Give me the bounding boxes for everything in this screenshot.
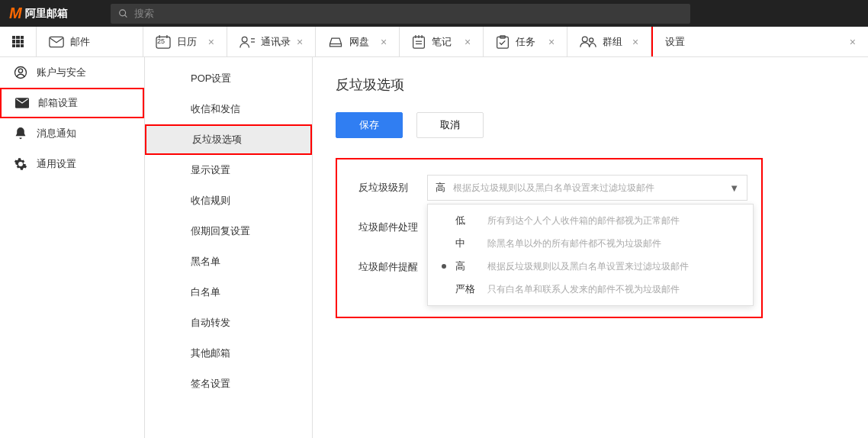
search-icon bbox=[118, 8, 129, 19]
header-bar: M 阿里邮箱 bbox=[0, 0, 868, 27]
tab-mail[interactable]: 邮件 bbox=[37, 27, 143, 56]
dd-desc: 所有到达个人个人收件箱的邮件都视为正常邮件 bbox=[487, 214, 680, 227]
apps-grid-icon bbox=[12, 36, 24, 48]
dd-desc: 只有白名单和联系人发来的邮件不视为垃圾邮件 bbox=[487, 283, 680, 296]
tab-label: 邮件 bbox=[70, 35, 90, 49]
sidebar2-item-signature[interactable]: 签名设置 bbox=[145, 369, 312, 399]
sidebar2-item-pop[interactable]: POP设置 bbox=[145, 63, 312, 94]
sidebar2-item-label: 收信和发信 bbox=[191, 102, 240, 116]
close-icon[interactable]: × bbox=[850, 36, 856, 48]
tabs-bar: 邮件 25 日历 × 通讯录 × 网盘 × 笔记 × 任务 × 群组 × 设置 … bbox=[0, 27, 868, 57]
gear-icon bbox=[14, 157, 27, 171]
form-label: 垃圾邮件提醒 bbox=[351, 260, 427, 274]
content-area: 反垃圾选项 保存 取消 反垃圾级别 高 根据反垃圾规则以及黑白名单设置来过滤垃圾… bbox=[313, 57, 868, 438]
sidebar-item-account-security[interactable]: 账户与安全 bbox=[0, 57, 144, 88]
svg-rect-10 bbox=[413, 37, 425, 48]
tab-drive[interactable]: 网盘 × bbox=[316, 27, 400, 56]
select-desc: 根据反垃圾规则以及黑白名单设置来过滤垃圾邮件 bbox=[453, 182, 729, 195]
sidebar2-item-send-receive[interactable]: 收信和发信 bbox=[145, 94, 312, 124]
dd-desc: 根据反垃圾规则以及黑白名单设置来过滤垃圾邮件 bbox=[487, 260, 689, 273]
dd-label: 低 bbox=[455, 214, 478, 227]
svg-point-19 bbox=[590, 37, 593, 41]
sidebar-primary: 账户与安全 邮箱设置 消息通知 通用设置 bbox=[0, 57, 145, 438]
dropdown-item-strict[interactable]: 严格 只有白名单和联系人发来的邮件不视为垃圾邮件 bbox=[428, 278, 753, 301]
sidebar2-item-whitelist[interactable]: 白名单 bbox=[145, 277, 312, 308]
sidebar-item-mail-settings[interactable]: 邮箱设置 bbox=[0, 88, 144, 118]
groups-icon bbox=[580, 36, 596, 48]
sidebar2-item-label: 签名设置 bbox=[191, 377, 230, 391]
logo-icon: M bbox=[9, 5, 22, 22]
tab-label: 任务 bbox=[516, 35, 535, 49]
sidebar-item-general-settings[interactable]: 通用设置 bbox=[0, 149, 144, 179]
sidebar2-item-display[interactable]: 显示设置 bbox=[145, 155, 312, 185]
tab-calendar[interactable]: 25 日历 × bbox=[143, 27, 227, 56]
select-display[interactable]: 高 根据反垃圾规则以及黑白名单设置来过滤垃圾邮件 ▼ bbox=[427, 175, 747, 201]
svg-point-0 bbox=[119, 9, 125, 15]
button-row: 保存 取消 bbox=[336, 112, 845, 138]
spam-level-dropdown: 低 所有到达个人个人收件箱的邮件都视为正常邮件 中 除黑名单以外的所有邮件都不视… bbox=[427, 204, 754, 306]
form-label: 垃圾邮件处理 bbox=[351, 221, 427, 234]
sidebar2-item-rules[interactable]: 收信规则 bbox=[145, 185, 312, 216]
tab-label: 通讯录 bbox=[261, 35, 291, 49]
sidebar2-item-label: 黑名单 bbox=[191, 255, 220, 269]
tab-contacts[interactable]: 通讯录 × bbox=[227, 27, 316, 56]
main-layout: 账户与安全 邮箱设置 消息通知 通用设置 POP设置 收信和发信 反垃圾选项 显… bbox=[0, 57, 868, 438]
sidebar-item-label: 账户与安全 bbox=[37, 66, 86, 79]
tab-groups[interactable]: 群组 × bbox=[567, 27, 651, 56]
sidebar2-item-vacation[interactable]: 假期回复设置 bbox=[145, 216, 312, 246]
sidebar-item-label: 消息通知 bbox=[37, 127, 76, 140]
sidebar2-item-label: 其他邮箱 bbox=[191, 346, 230, 360]
chevron-down-icon: ▼ bbox=[729, 182, 739, 194]
form-label: 反垃圾级别 bbox=[351, 181, 427, 195]
tab-settings[interactable]: 设置 × bbox=[651, 27, 868, 56]
spam-level-select[interactable]: 高 根据反垃圾规则以及黑白名单设置来过滤垃圾邮件 ▼ 低 所有到达个人个人收件箱… bbox=[427, 175, 747, 201]
tab-label: 笔记 bbox=[432, 35, 452, 49]
tab-notes[interactable]: 笔记 × bbox=[400, 27, 484, 56]
contacts-icon bbox=[240, 35, 255, 49]
sidebar2-item-label: 自动转发 bbox=[191, 316, 230, 330]
form-row-spam-level: 反垃圾级别 高 根据反垃圾规则以及黑白名单设置来过滤垃圾邮件 ▼ 低 所有到达个… bbox=[351, 175, 747, 201]
svg-point-18 bbox=[583, 37, 588, 42]
dd-label: 中 bbox=[455, 237, 478, 250]
svg-point-6 bbox=[242, 37, 247, 42]
mail-settings-icon bbox=[15, 96, 29, 110]
sidebar-item-label: 邮箱设置 bbox=[38, 96, 78, 110]
close-icon[interactable]: × bbox=[208, 36, 214, 48]
dropdown-item-low[interactable]: 低 所有到达个人个人收件箱的邮件都视为正常邮件 bbox=[428, 209, 753, 232]
selected-bullet-icon bbox=[442, 264, 446, 269]
close-icon[interactable]: × bbox=[297, 36, 303, 48]
sidebar2-item-label: 白名单 bbox=[191, 285, 220, 299]
close-icon[interactable]: × bbox=[465, 36, 471, 48]
sidebar2-item-spam[interactable]: 反垃圾选项 bbox=[145, 124, 312, 155]
sidebar-secondary: POP设置 收信和发信 反垃圾选项 显示设置 收信规则 假期回复设置 黑名单 白… bbox=[145, 57, 313, 438]
sidebar2-item-other-mail[interactable]: 其他邮箱 bbox=[145, 338, 312, 369]
close-icon[interactable]: × bbox=[632, 36, 638, 48]
save-button[interactable]: 保存 bbox=[336, 112, 403, 138]
logo[interactable]: M 阿里邮箱 bbox=[0, 5, 77, 22]
dropdown-item-medium[interactable]: 中 除黑名单以外的所有邮件都不视为垃圾邮件 bbox=[428, 232, 753, 255]
dd-label: 高 bbox=[455, 259, 478, 273]
tab-label: 群组 bbox=[603, 35, 622, 49]
sidebar2-item-label: 反垃圾选项 bbox=[192, 133, 242, 147]
sidebar2-item-forward[interactable]: 自动转发 bbox=[145, 308, 312, 338]
cancel-button[interactable]: 取消 bbox=[416, 112, 484, 138]
dropdown-item-high[interactable]: 高 根据反垃圾规则以及黑白名单设置来过滤垃圾邮件 bbox=[428, 255, 753, 278]
sidebar2-item-label: 假期回复设置 bbox=[191, 224, 250, 238]
sidebar-item-notifications[interactable]: 消息通知 bbox=[0, 118, 144, 149]
tasks-icon bbox=[496, 35, 510, 49]
close-icon[interactable]: × bbox=[381, 36, 387, 48]
dd-desc: 除黑名单以外的所有邮件都不视为垃圾邮件 bbox=[487, 237, 661, 250]
tab-label: 网盘 bbox=[349, 35, 369, 49]
search-input[interactable] bbox=[134, 8, 682, 19]
select-value: 高 bbox=[436, 181, 445, 195]
apps-button[interactable] bbox=[0, 27, 37, 56]
tab-tasks[interactable]: 任务 × bbox=[484, 27, 567, 56]
user-icon bbox=[14, 66, 27, 79]
sidebar2-item-blacklist[interactable]: 黑名单 bbox=[145, 246, 312, 277]
svg-point-21 bbox=[18, 69, 22, 72]
close-icon[interactable]: × bbox=[548, 36, 555, 48]
bell-icon bbox=[14, 127, 27, 140]
notes-icon bbox=[412, 35, 426, 49]
sidebar2-item-label: POP设置 bbox=[191, 72, 231, 85]
search-box[interactable] bbox=[111, 4, 690, 24]
